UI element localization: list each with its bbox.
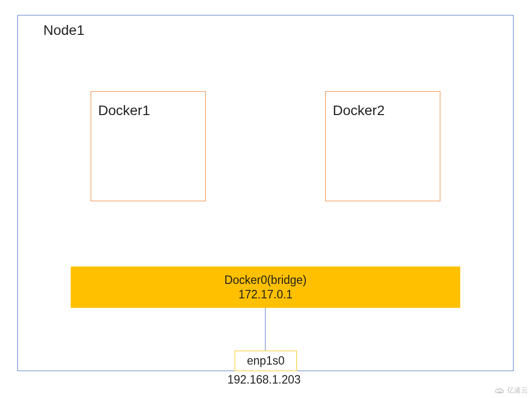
- docker2-label: Docker2: [333, 103, 385, 119]
- nic-box: enp1s0: [235, 351, 297, 371]
- nic-name: enp1s0: [247, 354, 284, 368]
- docker1-label: Docker1: [98, 103, 150, 119]
- bridge-to-nic-connector: [265, 308, 266, 351]
- node-title: Node1: [43, 22, 85, 38]
- nic-ip: 192.168.1.203: [0, 373, 530, 387]
- svg-point-0: [499, 391, 500, 392]
- diagram-canvas: Node1 Docker1 Docker2 Docker0(bridge) 17…: [0, 0, 532, 398]
- watermark-text: 亿速云: [507, 386, 528, 395]
- bridge-name: Docker0(bridge): [225, 273, 307, 287]
- docker1-box: Docker1: [91, 91, 206, 201]
- bridge-box: Docker0(bridge) 172.17.0.1: [71, 266, 460, 308]
- cloud-icon: [494, 387, 505, 395]
- docker2-box: Docker2: [325, 91, 440, 201]
- bridge-ip: 172.17.0.1: [239, 287, 293, 302]
- watermark: 亿速云: [494, 386, 528, 395]
